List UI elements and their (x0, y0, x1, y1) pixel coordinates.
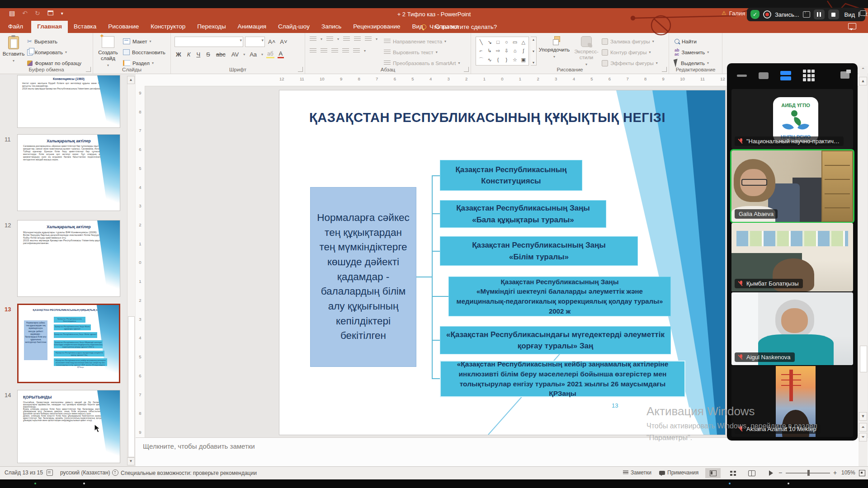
fit-to-window-button[interactable] (859, 470, 865, 476)
thumbnail-slide-14[interactable]: ҚОРЫТЫНДЫ Осылайша, Қазақстанда инклюзия… (17, 390, 120, 463)
flowchart-box-child-rights-law[interactable]: Қазақстан Республикасының Заңы «Бала құқ… (440, 200, 606, 228)
font-dialog-launcher[interactable] (298, 67, 303, 72)
slideshow-button[interactable] (763, 468, 778, 478)
shape-glyph[interactable]: ☆ (513, 57, 517, 62)
shape-fill-button[interactable]: Заливка фигуры▾ (602, 37, 658, 46)
shape-glyph[interactable]: ▣ (521, 57, 525, 62)
reading-view-button[interactable] (744, 468, 760, 478)
slide-canvas[interactable]: ҚАЗАҚСТАН РЕСПУБЛИКАСЫНЫҢ ҚҰҚЫҚТЫҚ НЕГІЗ… (279, 90, 725, 435)
ribbon-tab[interactable]: Рецензирование (347, 21, 406, 33)
panel-chevron-down-icon[interactable]: ⌄ (783, 422, 789, 431)
next-slide-button[interactable]: ⏷ (859, 433, 867, 441)
flowchart-box-constitution[interactable]: Қазақстан Республикасының Конституциясы (440, 160, 582, 191)
redo-icon[interactable]: ↻ (35, 9, 40, 17)
thumbnail-slide-11[interactable]: Халықаралық актілер Саламанка декларация… (17, 134, 120, 211)
thumbnail-slide-12[interactable]: Халықаралық актілер Мүгедектердің құқықт… (17, 220, 120, 297)
thumbnail-slide-13-selected[interactable]: ҚАЗАҚСТАН РЕСПУБЛИКАСЫНЫҢ ҚҰҚЫҚТЫҚ НЕГІЗ… (17, 304, 120, 383)
ribbon-tab[interactable]: Файл (0, 21, 31, 33)
stop-recording-button[interactable] (828, 9, 839, 19)
comments-toggle-button[interactable]: Примечания (659, 469, 698, 476)
slide-left-textbox[interactable]: Нормаларға сәйкес тең құқықтардан тең мү… (310, 187, 416, 367)
ribbon-tab[interactable]: Переходы (191, 21, 231, 33)
speaker-view-icon[interactable] (759, 72, 769, 79)
cut-button[interactable]: ✂Вырезать (27, 37, 81, 46)
align-right-icon[interactable] (331, 48, 338, 53)
shape-glyph[interactable]: ⇩ (505, 48, 509, 53)
thumbnail-slide-10[interactable]: Конвенциясы (1960) Негізгі идея: жалпыға… (17, 75, 120, 128)
character-spacing-button[interactable]: AV (230, 51, 240, 58)
scroll-up-button[interactable]: ▲ (859, 77, 867, 85)
shape-glyph[interactable]: ⌂ (514, 48, 517, 53)
ribbon-tab[interactable]: Рисование (102, 21, 145, 33)
shape-glyph[interactable]: ⌐ (480, 48, 482, 53)
popout-layout-icon[interactable] (840, 71, 849, 79)
shapes-gallery-scroll[interactable]: ▲▼▼ (531, 37, 537, 66)
thumbnails-scrollbar-thumb[interactable] (128, 316, 135, 457)
copy-button[interactable]: Копировать▾ (27, 47, 81, 57)
zoom-level[interactable]: 105% (841, 469, 855, 476)
save-icon[interactable]: ▤ (9, 9, 15, 17)
previous-slide-button[interactable]: ⏶ (859, 423, 867, 432)
ribbon-tab[interactable]: Запись (316, 21, 347, 33)
clipboard-dialog-launcher[interactable] (86, 67, 91, 72)
align-center-icon[interactable] (321, 48, 327, 53)
ribbon-tab[interactable]: Главная (31, 21, 68, 33)
participant-tile-kymbat[interactable]: Қымбат Болатқызы (731, 223, 853, 291)
grid-view-icon[interactable] (803, 70, 815, 81)
thumbnails-scroll-up[interactable]: ▲ (127, 76, 135, 84)
flowchart-box-social-support-law[interactable]: Қазақстан Республикасының Заңы «Мүмкінді… (448, 277, 671, 316)
shape-glyph[interactable]: ▭ (513, 40, 517, 45)
shapes-gallery[interactable]: ╲↘□○▭△⌐↳⇨⇩⌂ʃ⌒∿{}☆▣ (476, 37, 529, 66)
replace-button[interactable]: abacЗаменить▾ (675, 47, 722, 57)
format-painter-button[interactable]: Формат по образцу (27, 58, 81, 68)
flowchart-box-disability-protection-law[interactable]: «Қазақстан Республикасындағы мүгедектерд… (440, 326, 671, 354)
shape-glyph[interactable]: ⇨ (496, 48, 500, 53)
shape-glyph[interactable]: ↳ (487, 48, 491, 53)
zoom-slider-thumb[interactable] (807, 470, 810, 476)
decrease-indent-icon[interactable] (343, 37, 350, 42)
shape-glyph[interactable]: ○ (505, 40, 508, 45)
shape-glyph[interactable]: ∿ (487, 57, 491, 62)
flowchart-box-education-law[interactable]: Қазақстан Республикасының Заңы «Білім ту… (440, 236, 638, 266)
decrease-font-icon[interactable]: А˅ (278, 38, 288, 45)
notes-pane[interactable]: Щелкните, чтобы добавить заметки (136, 437, 868, 467)
slide-counter[interactable]: Слайд 13 из 15 (5, 469, 43, 476)
shape-glyph[interactable]: } (505, 57, 507, 62)
participant-tile-org[interactable]: АИБД ҮГПО ННПЦ РСИО "Национальный научно… (731, 89, 853, 149)
justify-icon[interactable] (342, 48, 349, 53)
ribbon-tab[interactable]: Конструктор (145, 21, 191, 33)
paragraph-dialog-launcher[interactable] (464, 67, 469, 72)
shape-effects-button[interactable]: Эффекты фигуры▾ (602, 58, 658, 68)
pause-recording-button[interactable] (814, 9, 825, 19)
underline-button[interactable]: Ч (195, 51, 202, 58)
layout-button[interactable]: Макет▾ (123, 37, 165, 46)
security-shield-icon[interactable]: ✓ (750, 10, 760, 19)
strikethrough-button[interactable]: S (205, 51, 212, 58)
scrollbar-thumb[interactable] (860, 346, 867, 372)
ribbon-tab[interactable]: Слайд-шоу (272, 21, 316, 33)
increase-font-icon[interactable]: А˄ (267, 38, 277, 45)
language-status[interactable]: русский (Казахстан) (60, 469, 110, 476)
section-button[interactable]: Раздел▾ (123, 58, 165, 68)
numbering-icon[interactable] (326, 37, 333, 42)
collapse-panel-chevron[interactable]: ⌃ (859, 66, 867, 75)
shape-glyph[interactable]: { (497, 57, 499, 62)
slide-title[interactable]: ҚАЗАҚСТАН РЕСПУБЛИКАСЫНЫҢ ҚҰҚЫҚТЫҚ НЕГІЗ… (307, 110, 668, 125)
smartart-button[interactable]: Преобразовать в SmartArt▾ (384, 58, 460, 68)
zoom-in-button[interactable]: + (833, 469, 837, 476)
accessibility-status[interactable]: Специальные возможности: проверьте реком… (112, 469, 257, 476)
select-button[interactable]: Выделить▾ (675, 58, 722, 68)
gallery-view-icon[interactable] (780, 71, 791, 80)
line-spacing-icon[interactable] (365, 37, 372, 42)
participant-tile-galia[interactable]: Galia Abaeva (731, 150, 853, 222)
customize-qat-icon[interactable]: ▾ (61, 11, 63, 16)
align-text-button[interactable]: Выровнять текст▾ (384, 47, 460, 57)
shape-outline-button[interactable]: Контур фигуры▾ (602, 47, 658, 57)
clear-strike-button[interactable]: abc (215, 51, 227, 58)
text-direction-button[interactable]: Направление текста▾ (384, 37, 460, 46)
normal-view-button[interactable] (705, 468, 721, 478)
shape-glyph[interactable]: ╲ (480, 40, 483, 45)
participant-tile-aksana[interactable]: Aksana Azamat 10 Mektep (731, 366, 853, 437)
scroll-down-button[interactable]: ▼ (859, 412, 867, 421)
shape-glyph[interactable]: △ (521, 40, 525, 45)
